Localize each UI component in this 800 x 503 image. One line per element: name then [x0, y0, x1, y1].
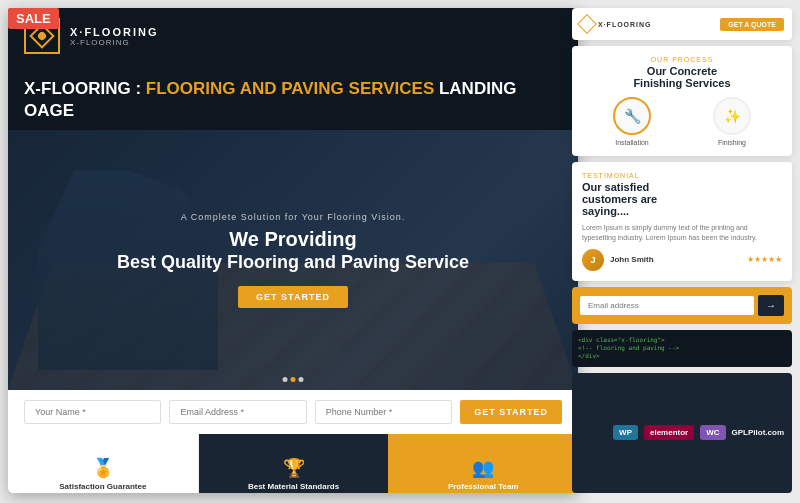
- material-card: 🏆 Best Material Standards: [199, 434, 389, 493]
- material-icon: 🏆: [283, 457, 305, 479]
- team-icon: 👥: [472, 457, 494, 479]
- hero-overlay: A Complete Solution for Your Flooring Vi…: [8, 130, 578, 390]
- service-installation: 🔧 Installation: [613, 97, 651, 146]
- mini-navbar: X·FLOORING GET A QUOTE: [572, 8, 792, 40]
- title-highlight: FLOORING AND PAVING SERVICES: [146, 79, 434, 98]
- logo-inner: [36, 30, 47, 41]
- material-label: Best Material Standards: [248, 482, 339, 491]
- product-title: X-FLOORING : FLOORING AND PAVING SERVICE…: [24, 78, 562, 122]
- code-line-3: </div>: [578, 352, 786, 360]
- left-header: X·FLOORING X-FLOORING: [8, 8, 578, 64]
- author-name: John Smith: [610, 255, 654, 264]
- newsletter-section: →: [572, 287, 792, 324]
- plugin-badges: WP elementor WC GPLPilot.com: [572, 373, 792, 493]
- left-panel: X·FLOORING X-FLOORING X-FLOORING : FLOOR…: [8, 8, 578, 493]
- finishing-icon: ✨: [713, 97, 751, 135]
- feature-cards: 🏅 Satisfaction Guarantee 🏆 Best Material…: [8, 434, 578, 493]
- team-card: 👥 Professional Team: [388, 434, 578, 493]
- brand-info: X·FLOORING X-FLOORING: [70, 26, 158, 47]
- elementor-badge: elementor: [644, 425, 694, 440]
- nav-dot: [283, 377, 288, 382]
- nav-dots: [283, 373, 304, 386]
- main-wrapper: X·FLOORING X-FLOORING X-FLOORING : FLOOR…: [0, 0, 800, 503]
- service-finishing: ✨ Finishing: [713, 97, 751, 146]
- satisfaction-card: 🏅 Satisfaction Guarantee: [8, 434, 199, 493]
- brand-sub: X-FLOORING: [70, 38, 158, 47]
- testimonial-section-label: TESTIMONIAL: [582, 172, 782, 179]
- name-input[interactable]: [24, 400, 161, 424]
- services-section: OUR PROCESS Our ConcreteFinishing Servic…: [572, 46, 792, 156]
- hero-title-we: We Providing: [229, 228, 356, 251]
- wordpress-badge: WP: [613, 425, 638, 440]
- hero-cta-button[interactable]: GET STARTED: [238, 286, 348, 308]
- title-section: X-FLOORING : FLOORING AND PAVING SERVICE…: [8, 64, 578, 130]
- newsletter-email-input[interactable]: [580, 296, 754, 315]
- nav-dot-active: [291, 377, 296, 382]
- code-line-2: <!-- flooring and paving -->: [578, 344, 786, 352]
- nav-cta-button[interactable]: GET A QUOTE: [720, 18, 784, 31]
- nav-logo: X·FLOORING: [580, 17, 652, 31]
- hero-title-main: Best Quality Flooring and Paving Service: [117, 251, 469, 274]
- author-stars: ★★★★★: [747, 255, 782, 264]
- code-snippet: <div class="x-flooring"> <!-- flooring a…: [572, 330, 792, 367]
- services-icons: 🔧 Installation ✨ Finishing: [582, 97, 782, 146]
- email-input[interactable]: [169, 400, 306, 424]
- woocommerce-badge: WC: [700, 425, 725, 440]
- title-prefix: X-FLOORING :: [24, 79, 146, 98]
- testimonial-body: Lorem Ipsum is simply dummy text of the …: [582, 223, 782, 243]
- testimonial-section: TESTIMONIAL Our satisfiedcustomers aresa…: [572, 162, 792, 281]
- installation-icon: 🔧: [613, 97, 651, 135]
- installation-label: Installation: [615, 139, 648, 146]
- hero-area: A Complete Solution for Your Flooring Vi…: [8, 130, 578, 390]
- satisfaction-label: Satisfaction Guarantee: [59, 482, 146, 491]
- testimonial-author: J John Smith ★★★★★: [582, 249, 782, 271]
- satisfaction-icon: 🏅: [92, 457, 114, 479]
- newsletter-submit-button[interactable]: →: [758, 295, 784, 316]
- form-submit-button[interactable]: GET STARTED: [460, 400, 562, 424]
- testimonial-title: Our satisfiedcustomers aresaying....: [582, 181, 782, 217]
- gpl-text: GPLPilot.com: [732, 428, 784, 437]
- right-panel: X·FLOORING GET A QUOTE OUR PROCESS Our C…: [572, 8, 792, 493]
- services-section-label: OUR PROCESS: [582, 56, 782, 63]
- hero-subtitle: A Complete Solution for Your Flooring Vi…: [181, 212, 405, 222]
- phone-input[interactable]: [315, 400, 452, 424]
- finishing-label: Finishing: [718, 139, 746, 146]
- brand-name: X·FLOORING: [70, 26, 158, 38]
- contact-form: GET STARTED: [8, 390, 578, 434]
- sale-badge: SALE: [8, 8, 59, 29]
- nav-dot: [299, 377, 304, 382]
- nav-brand-label: X·FLOORING: [598, 21, 652, 28]
- nav-logo-icon: [577, 14, 597, 34]
- code-line-1: <div class="x-flooring">: [578, 336, 786, 344]
- author-avatar: J: [582, 249, 604, 271]
- team-label: Professional Team: [448, 482, 519, 491]
- services-title: Our ConcreteFinishing Services: [582, 65, 782, 89]
